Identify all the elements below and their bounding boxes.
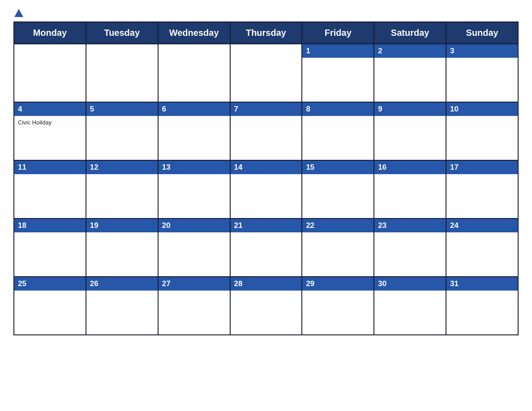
day-of-week-header: Sunday xyxy=(446,22,518,44)
calendar: MondayTuesdayWednesdayThursdayFridaySatu… xyxy=(13,21,519,335)
calendar-cell: 7 xyxy=(230,102,302,160)
day-number: 26 xyxy=(86,277,158,291)
day-content: Civic Holiday xyxy=(14,116,86,128)
calendar-cell: 9 xyxy=(374,102,446,160)
calendar-week-row: 123 xyxy=(14,44,518,102)
holiday-label: Civic Holiday xyxy=(18,119,51,126)
day-number: 23 xyxy=(374,219,446,232)
calendar-cell: 31 xyxy=(446,277,518,335)
calendar-week-row: 11121314151617 xyxy=(14,160,518,218)
calendar-cell: 24 xyxy=(446,218,518,277)
day-number: 21 xyxy=(231,219,302,232)
day-number: 17 xyxy=(446,161,518,174)
calendar-cell: 18 xyxy=(14,218,86,277)
day-number: 9 xyxy=(374,103,446,116)
calendar-cell: 21 xyxy=(230,218,302,277)
day-number: 29 xyxy=(302,277,373,291)
calendar-cell xyxy=(14,44,86,102)
calendar-cell: 19 xyxy=(86,218,158,277)
calendar-cell: 3 xyxy=(446,44,518,102)
day-of-week-header: Friday xyxy=(302,22,374,44)
calendar-week-row: 4Civic Holiday5678910 xyxy=(14,102,518,160)
day-number: 20 xyxy=(159,219,230,232)
day-number: 25 xyxy=(14,277,86,291)
day-number: 10 xyxy=(446,103,518,116)
day-of-week-header: Thursday xyxy=(230,22,302,44)
calendar-cell: 27 xyxy=(158,277,230,335)
calendar-cell: 6 xyxy=(158,102,230,160)
day-number: 28 xyxy=(231,277,302,291)
day-number: 2 xyxy=(374,44,446,58)
header xyxy=(13,9,519,17)
logo xyxy=(13,9,23,17)
calendar-week-row: 25262728293031 xyxy=(14,277,518,335)
calendar-cell: 10 xyxy=(446,102,518,160)
day-number: 7 xyxy=(231,103,302,116)
logo-triangle-icon xyxy=(14,9,23,17)
day-number: 12 xyxy=(86,161,158,174)
day-number: 16 xyxy=(374,161,446,174)
day-number: 3 xyxy=(446,44,518,58)
day-number: 14 xyxy=(231,161,302,174)
day-number: 11 xyxy=(14,161,86,174)
calendar-cell xyxy=(158,44,230,102)
calendar-cell: 4Civic Holiday xyxy=(14,102,86,160)
calendar-cell: 5 xyxy=(86,102,158,160)
calendar-cell: 23 xyxy=(374,218,446,277)
calendar-cell: 12 xyxy=(86,160,158,218)
day-of-week-header: Tuesday xyxy=(86,22,158,44)
calendar-cell: 22 xyxy=(302,218,374,277)
calendar-cell: 29 xyxy=(302,277,374,335)
calendar-cell: 8 xyxy=(302,102,374,160)
calendar-cell: 30 xyxy=(374,277,446,335)
calendar-cell: 1 xyxy=(302,44,374,102)
day-number: 6 xyxy=(159,103,230,116)
day-of-week-header: Saturday xyxy=(374,22,446,44)
calendar-cell: 2 xyxy=(374,44,446,102)
calendar-cell xyxy=(230,44,302,102)
calendar-cell: 13 xyxy=(158,160,230,218)
calendar-cell: 17 xyxy=(446,160,518,218)
day-number: 18 xyxy=(14,219,86,232)
calendar-week-row: 18192021222324 xyxy=(14,218,518,277)
day-number: 13 xyxy=(159,161,230,174)
day-number: 31 xyxy=(446,277,518,291)
calendar-cell: 11 xyxy=(14,160,86,218)
calendar-cell: 25 xyxy=(14,277,86,335)
calendar-cell: 16 xyxy=(374,160,446,218)
day-number: 22 xyxy=(302,219,373,232)
calendar-cell: 20 xyxy=(158,218,230,277)
calendar-cell xyxy=(86,44,158,102)
day-number: 19 xyxy=(86,219,158,232)
day-number: 15 xyxy=(302,161,373,174)
day-number: 27 xyxy=(159,277,230,291)
day-number: 1 xyxy=(302,44,373,58)
day-number: 30 xyxy=(374,277,446,291)
calendar-cell: 28 xyxy=(230,277,302,335)
day-number: 4 xyxy=(14,103,86,116)
day-of-week-header: Wednesday xyxy=(158,22,230,44)
calendar-cell: 26 xyxy=(86,277,158,335)
day-number: 5 xyxy=(86,103,158,116)
calendar-cell: 14 xyxy=(230,160,302,218)
day-of-week-header: Monday xyxy=(14,22,86,44)
calendar-header-row: MondayTuesdayWednesdayThursdayFridaySatu… xyxy=(14,22,518,44)
day-number: 24 xyxy=(446,219,518,232)
day-number: 8 xyxy=(302,103,373,116)
calendar-cell: 15 xyxy=(302,160,374,218)
